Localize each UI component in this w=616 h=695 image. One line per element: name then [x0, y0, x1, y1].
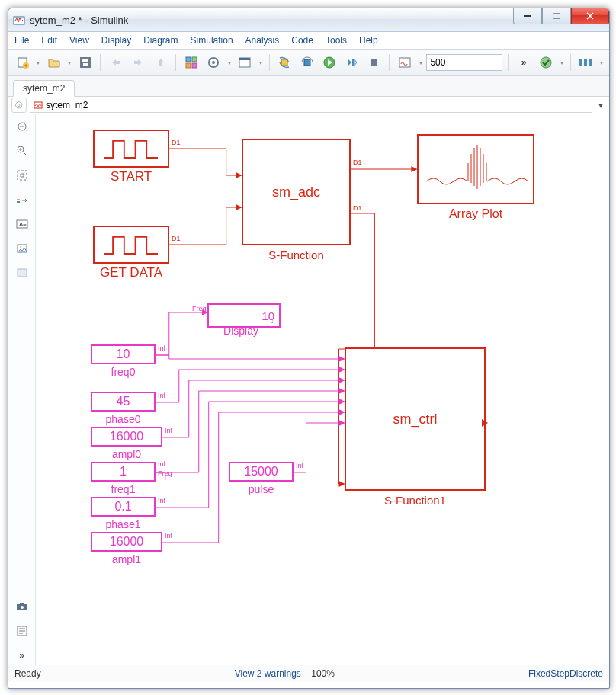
svg-rect-8 [186, 57, 191, 62]
block-start[interactable] [93, 130, 169, 168]
dropdown-icon[interactable]: ▾ [258, 59, 264, 66]
open-button[interactable] [44, 53, 63, 72]
svg-rect-24 [584, 59, 587, 66]
dropdown-icon[interactable]: ▾ [66, 59, 72, 66]
port-label: Inf [158, 344, 165, 352]
block-const-freq1[interactable]: 1 [91, 462, 156, 482]
window-title: sytem_m2 * - Simulink [30, 14, 128, 26]
menu-simulation[interactable]: Simulation [191, 35, 233, 46]
output-arrow-icon [482, 419, 488, 427]
svg-rect-10 [186, 63, 191, 68]
up-button[interactable] [151, 53, 170, 72]
const-pulse-label: pulse [229, 483, 294, 495]
svg-point-33 [20, 246, 21, 248]
sim-mode-button[interactable] [395, 53, 414, 72]
titlebar: sytem_m2 * - Simulink [8, 8, 609, 32]
sfunction0-label: S-Function [242, 248, 351, 261]
fit-to-view-icon[interactable] [13, 166, 31, 184]
app-icon [13, 14, 25, 26]
block-const-phase1[interactable]: 0.1 [91, 497, 156, 517]
minimize-button[interactable] [513, 8, 542, 24]
model-tab[interactable]: sytem_m2 [13, 80, 75, 97]
svg-point-36 [21, 606, 24, 609]
dropdown-icon[interactable]: ▾ [226, 59, 233, 66]
menu-edit[interactable]: Edit [41, 35, 57, 46]
block-const-freq0[interactable]: 10 [91, 344, 156, 364]
port-label: Inf [158, 392, 165, 399]
path-dropdown-icon[interactable]: ▾ [595, 100, 606, 110]
annotation-icon[interactable]: A≡ [13, 215, 31, 233]
left-palette: A≡ » [8, 114, 36, 665]
dropdown-icon[interactable]: ▾ [559, 59, 565, 66]
fast-forward-icon[interactable]: » [514, 53, 533, 72]
svg-rect-17 [304, 59, 310, 66]
menu-analysis[interactable]: Analysis [245, 35, 280, 46]
svg-text:A≡: A≡ [19, 221, 27, 228]
screenshot-icon[interactable] [13, 597, 31, 616]
tabbar: sytem_m2 [8, 76, 609, 97]
image-icon[interactable] [13, 239, 31, 258]
area-icon[interactable] [13, 264, 31, 282]
forward-button[interactable] [129, 53, 148, 72]
const-phase1-label: phase1 [91, 518, 156, 530]
model-properties-icon[interactable] [13, 622, 31, 640]
menu-view[interactable]: View [69, 35, 89, 46]
nav-back-icon[interactable]: ⦾ [11, 98, 27, 113]
stop-button[interactable] [364, 53, 383, 72]
dropdown-icon[interactable]: ▾ [418, 59, 424, 66]
menu-code[interactable]: Code [291, 35, 313, 46]
svg-rect-1 [524, 15, 531, 17]
block-const-ampl1[interactable]: 16000 [91, 532, 162, 552]
sfunction0-name: sm_adc [272, 184, 320, 200]
update-diagram-button[interactable] [275, 53, 294, 72]
zoom-icon[interactable] [13, 142, 31, 160]
svg-rect-25 [589, 59, 592, 66]
port-label: Freq [158, 469, 172, 477]
block-getdata[interactable] [93, 226, 169, 264]
menu-tools[interactable]: Tools [326, 35, 347, 46]
model-config-button[interactable] [204, 53, 223, 72]
menu-display[interactable]: Display [101, 35, 131, 46]
build-button[interactable] [297, 53, 316, 72]
hide-explorer-icon[interactable] [13, 117, 31, 136]
diagram-canvas[interactable]: START D1 GET DATA D1 sm_adc S-Function D… [36, 114, 609, 665]
const-ampl1-label: ampl1 [91, 553, 162, 565]
svg-point-22 [541, 57, 551, 68]
library-browser-button[interactable] [181, 53, 201, 72]
check-ok-button[interactable] [537, 53, 556, 72]
run-button[interactable] [319, 53, 338, 72]
block-sfunction0[interactable]: sm_adc [242, 139, 351, 245]
dropdown-icon[interactable]: ▾ [598, 59, 605, 66]
arrayplot-label: Array Plot [417, 207, 534, 221]
new-model-button[interactable] [13, 53, 32, 72]
stop-time-input[interactable] [426, 54, 502, 71]
step-forward-button[interactable] [342, 53, 361, 72]
save-button[interactable] [75, 53, 95, 72]
port-label: Inf [165, 427, 172, 434]
model-explorer-button[interactable] [236, 53, 255, 72]
svg-rect-9 [192, 57, 197, 62]
svg-rect-23 [579, 59, 582, 66]
sample-time-legend-icon[interactable] [13, 191, 31, 209]
block-const-pulse[interactable]: 15000 [229, 462, 294, 482]
menu-diagram[interactable]: Diagram [143, 35, 178, 46]
close-button[interactable] [571, 8, 609, 24]
block-sfunction1[interactable]: sm_ctrl [345, 348, 486, 491]
menu-file[interactable]: File [14, 35, 29, 46]
block-const-phase0[interactable]: 45 [91, 392, 156, 412]
path-bar: ⦾ sytem_m2 ▾ [8, 97, 609, 114]
svg-rect-16 [281, 59, 287, 66]
block-const-ampl0[interactable]: 16000 [91, 427, 162, 447]
dropdown-icon[interactable]: ▾ [35, 59, 41, 66]
show-more-icon[interactable]: » [13, 646, 31, 665]
status-warnings[interactable]: View 2 warnings [235, 668, 301, 679]
svg-rect-11 [192, 63, 197, 68]
block-arrayplot[interactable] [417, 134, 534, 204]
back-button[interactable] [106, 53, 125, 72]
path-field[interactable]: sytem_m2 [30, 98, 592, 113]
maximize-button[interactable] [542, 8, 571, 24]
menu-help[interactable]: Help [359, 35, 378, 46]
svg-rect-29 [18, 171, 27, 180]
logic-analyzer-button[interactable] [576, 53, 595, 72]
svg-rect-6 [82, 59, 88, 62]
